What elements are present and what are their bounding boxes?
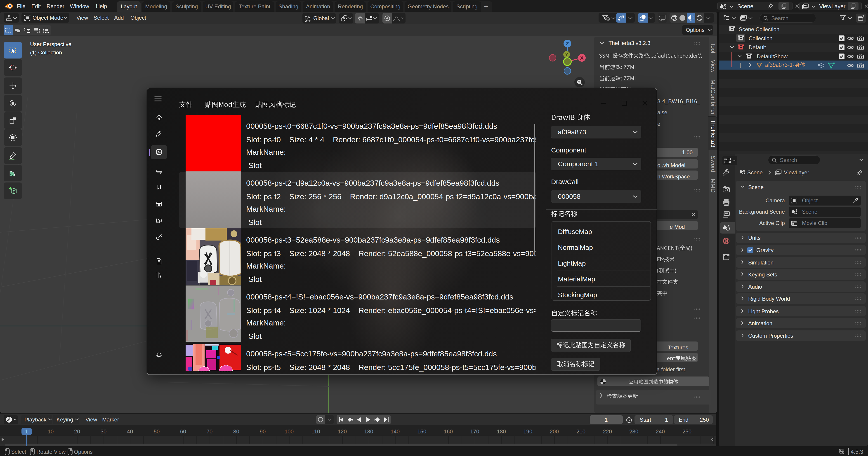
svg-text:Z: Z	[566, 41, 569, 46]
svg-text:Y: Y	[565, 52, 568, 57]
svg-text:X: X	[580, 55, 584, 61]
